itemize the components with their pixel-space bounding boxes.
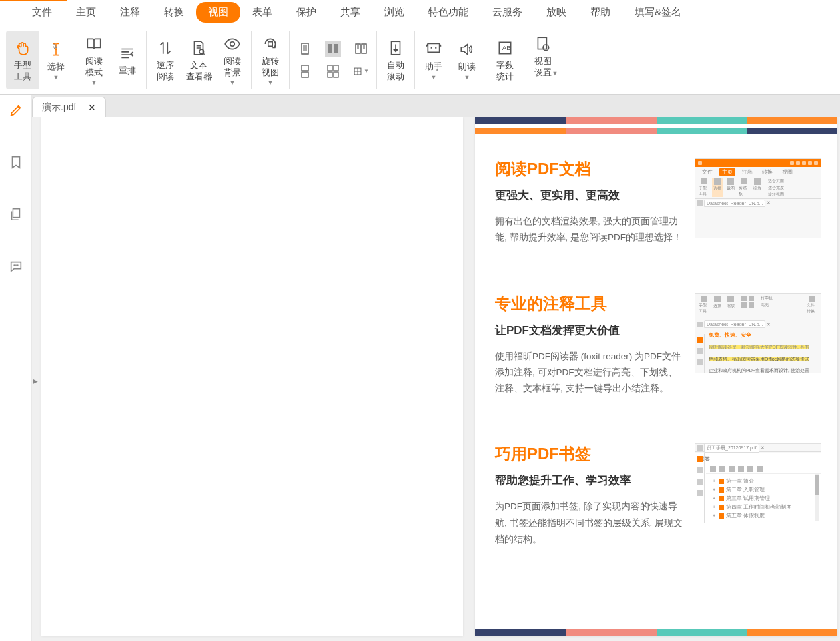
cover-two-page-button[interactable] <box>353 41 369 57</box>
rotate-label: 旋转视图 <box>262 56 279 79</box>
tab-title: 演示.pdf <box>42 101 76 114</box>
svg-rect-6 <box>356 44 360 53</box>
read-mode-label: 阅读模式 <box>85 56 103 79</box>
feature-block-read: 阅读PDF文档 更强大、更实用、更高效 拥有出色的文档渲染效果, 强大的页面管理… <box>475 134 837 269</box>
menu-cloud[interactable]: 云服务 <box>480 2 534 23</box>
pencil-icon[interactable] <box>7 101 25 119</box>
read-aloud-button[interactable]: 朗读 ▼ <box>450 31 484 89</box>
reverse-read-button[interactable]: 逆序阅读 <box>149 31 182 89</box>
feature-desc: 拥有出色的文档渲染效果, 强大的页面管理功能, 帮助提升效率, 是您阅读PDF的… <box>495 214 683 246</box>
svg-rect-5 <box>334 44 338 53</box>
document-area[interactable]: 阅读PDF文档 更强大、更实用、更高效 拥有出色的文档渲染效果, 强大的页面管理… <box>32 117 840 641</box>
rotate-view-button[interactable]: 旋转视图 ▼ <box>254 31 287 89</box>
hand-tool-label: 手型工具 <box>14 60 31 83</box>
read-mode-button[interactable]: 阅读模式 ▼ <box>77 31 111 89</box>
assistant-label: 助手 <box>425 61 442 73</box>
dropdown-icon: ▼ <box>268 79 274 86</box>
menu-sign[interactable]: 填写&签名 <box>622 2 693 23</box>
feature-desc: 为PDF页面添加书签, 除了实现内容的快速导航, 书签还能指明不同书签的层级关系… <box>495 499 683 548</box>
reflow-icon <box>117 43 137 64</box>
document-tab[interactable]: 演示.pdf ✕ <box>32 97 106 117</box>
text-viewer-button[interactable]: 文本查看器 <box>182 31 216 89</box>
single-page-button[interactable] <box>297 41 313 57</box>
document-search-icon <box>189 37 209 59</box>
auto-scroll-label: 自动滚动 <box>387 60 404 83</box>
read-bg-button[interactable]: 阅读背景 ▼ <box>216 31 249 89</box>
side-panel <box>0 95 32 641</box>
text-viewer-label: 文本查看器 <box>186 60 212 83</box>
svg-rect-12 <box>328 72 332 77</box>
menu-view[interactable]: 视图 <box>196 2 240 23</box>
feature-block-bookmark: 巧用PDF书签 帮助您提升工作、学习效率 为PDF页面添加书签, 除了实现内容的… <box>475 419 837 570</box>
reflow-label: 重排 <box>119 65 136 77</box>
workspace: ▶ 阅读PDF文档 更强大、更实用、更高效 拥有出色的文档渲染效果, 强大的页面… <box>0 117 840 641</box>
menu-present[interactable]: 放映 <box>534 2 578 23</box>
rotate-icon <box>260 33 280 55</box>
feature-subtitle: 更强大、更实用、更高效 <box>495 188 683 203</box>
close-icon[interactable]: ✕ <box>88 102 96 113</box>
assistant-button[interactable]: 助手 ▼ <box>417 31 450 89</box>
continuous-single-button[interactable] <box>297 63 313 79</box>
svg-point-1 <box>230 41 235 46</box>
feature-title: 阅读PDF文档 <box>495 158 683 180</box>
menu-form[interactable]: 表单 <box>240 2 284 23</box>
comment-icon[interactable] <box>7 258 25 275</box>
svg-rect-4 <box>328 44 332 53</box>
document-tab-bar: 演示.pdf ✕ <box>0 95 840 117</box>
select-tool-button[interactable]: 选择 ▼ <box>39 31 73 89</box>
decorative-stripe <box>475 629 837 636</box>
menu-convert[interactable]: 转换 <box>152 2 196 23</box>
hand-tool-button[interactable]: 手型工具 <box>6 31 39 89</box>
feature-subtitle: 帮助您提升工作、学习效率 <box>495 473 683 488</box>
feature-subtitle: 让PDF文档发挥更大价值 <box>495 323 683 338</box>
continuous-two-button[interactable] <box>325 63 341 79</box>
word-count-button[interactable]: AB 字数统计 <box>488 31 522 89</box>
menu-features[interactable]: 特色功能 <box>416 2 480 23</box>
svg-rect-10 <box>328 65 332 71</box>
menu-home[interactable]: 主页 <box>64 2 108 23</box>
view-settings-label: 视图设置 <box>534 56 552 79</box>
auto-scroll-icon <box>386 37 406 59</box>
decorative-stripe <box>475 117 837 124</box>
reverse-icon <box>155 37 175 59</box>
dropdown-icon: ▼ <box>230 79 236 86</box>
svg-point-19 <box>543 45 549 51</box>
feature-title: 巧用PDF书签 <box>495 443 683 465</box>
reflow-button[interactable]: 重排 <box>111 31 144 89</box>
toolbar: 手型工具 选择 ▼ 阅读模式 ▼ 重排 逆序阅读 文本查看器 阅读背景 <box>0 25 840 95</box>
svg-rect-8 <box>302 65 308 71</box>
menu-help[interactable]: 帮助 <box>578 2 622 23</box>
pages-icon[interactable] <box>7 206 25 223</box>
menu-file[interactable]: 文件 <box>20 2 64 23</box>
feature-block-annotate: 专业的注释工具 让PDF文档发挥更大价值 使用福昕PDF阅读器 (foxit r… <box>475 269 837 420</box>
menu-share[interactable]: 共享 <box>328 2 372 23</box>
select-label: 选择 <box>47 61 65 73</box>
menu-annotate[interactable]: 注释 <box>108 2 152 23</box>
dropdown-icon: ▼ <box>53 74 59 81</box>
reverse-label: 逆序阅读 <box>157 60 174 83</box>
settings-page-icon <box>533 33 553 55</box>
feature-desc: 使用福昕PDF阅读器 (foxit reader) 为PDF文件添加注释, 可对… <box>495 349 683 397</box>
bookmark-icon[interactable] <box>7 154 25 171</box>
menu-browse[interactable]: 浏览 <box>372 2 416 23</box>
split-view-button[interactable]: ▼ <box>353 63 369 79</box>
accent-line <box>0 0 67 1</box>
menu-protect[interactable]: 保护 <box>284 2 328 23</box>
pdf-page-left <box>41 117 463 636</box>
svg-rect-20 <box>13 209 19 218</box>
word-count-icon: AB <box>495 37 515 59</box>
decorative-stripe <box>475 128 837 134</box>
svg-rect-3 <box>302 43 308 54</box>
dropdown-icon: ▼ <box>431 74 437 81</box>
speaker-icon <box>457 39 477 60</box>
two-page-button[interactable] <box>325 41 341 57</box>
book-icon <box>84 33 104 55</box>
svg-point-21 <box>13 264 15 266</box>
auto-scroll-button[interactable]: 自动滚动 <box>379 31 412 89</box>
menubar: 文件 主页 注释 转换 视图 表单 保护 共享 浏览 特色功能 云服务 放映 帮… <box>0 0 840 25</box>
view-settings-button[interactable]: 视图设置 ▼ <box>526 31 560 89</box>
dropdown-icon: ▼ <box>552 70 558 77</box>
feature-thumbnail: 手型工具 选择 缩放 打字机高亮 文件转换 Datasheet_Reader_C… <box>695 293 821 373</box>
feature-title: 专业的注释工具 <box>495 293 683 314</box>
expand-panel-handle[interactable]: ▶ <box>33 371 39 391</box>
